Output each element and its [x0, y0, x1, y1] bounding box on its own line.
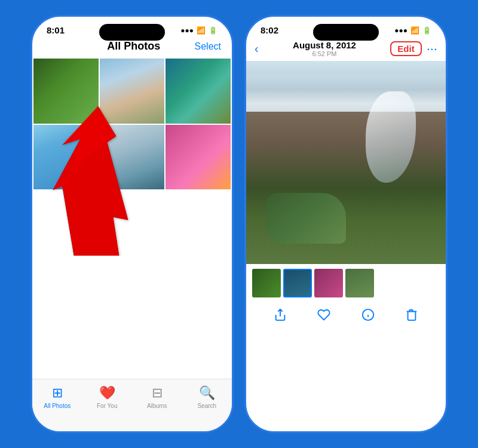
time-left: 8:01	[47, 25, 65, 35]
tab-albums-icon: ⊟	[152, 385, 163, 401]
more-button[interactable]: ···	[427, 41, 437, 57]
photo-cell-2[interactable]	[100, 59, 165, 124]
edit-button[interactable]: Edit	[390, 41, 421, 56]
detail-nav-actions: Edit ···	[390, 41, 437, 57]
tab-all-photos[interactable]: ⊞ All Photos	[39, 385, 75, 409]
thumbnail-3[interactable]	[314, 269, 343, 297]
thumbnail-2[interactable]	[283, 269, 312, 297]
wifi-icon-right: 📶	[410, 26, 419, 35]
tab-search[interactable]: 🔍 Search	[189, 385, 225, 409]
thumbnail-strip	[246, 264, 446, 302]
battery-icon-right: 🔋	[422, 26, 431, 35]
photo-grid	[32, 59, 232, 189]
tab-for-you-label: For You	[97, 403, 117, 409]
signal-icon-left: ●●●	[180, 26, 194, 35]
tab-all-photos-icon: ⊞	[52, 385, 63, 401]
info-button[interactable]	[361, 308, 375, 325]
main-photo[interactable]	[246, 61, 446, 264]
photo-cell-1[interactable]	[33, 59, 99, 124]
back-button[interactable]: ‹	[255, 42, 259, 56]
tab-albums[interactable]: ⊟ Albums	[139, 385, 175, 409]
status-icons-left: ●●● 📶 🔋	[180, 26, 217, 35]
dynamic-island-right	[313, 24, 379, 41]
thumbnail-4[interactable]	[345, 269, 374, 297]
tab-for-you-icon: ❤️	[99, 385, 115, 401]
photo-cell-5[interactable]	[100, 125, 165, 190]
detail-nav-center: August 8, 2012 6:52 PM	[293, 40, 356, 57]
dynamic-island-left	[99, 24, 165, 41]
detail-nav: ‹ August 8, 2012 6:52 PM Edit ···	[246, 38, 446, 61]
tab-all-photos-label: All Photos	[44, 403, 71, 409]
photo-cell-4[interactable]	[33, 125, 99, 190]
photo-cell-3[interactable]	[166, 59, 231, 124]
tab-search-icon: 🔍	[199, 385, 215, 401]
nav-header-left: All Photos Select	[32, 38, 232, 59]
tab-albums-label: Albums	[147, 403, 167, 409]
photo-date: August 8, 2012	[293, 40, 356, 50]
signal-icon-right: ●●●	[394, 26, 407, 35]
action-bar	[246, 302, 446, 337]
delete-button[interactable]	[405, 308, 418, 325]
right-phone: 8:02 ●●● 📶 🔋 ‹ August 8, 2012 6:52 PM Ed…	[244, 15, 448, 433]
thumbnail-1[interactable]	[252, 269, 281, 297]
tab-bar-left: ⊞ All Photos ❤️ For You ⊟ Albums 🔍 Searc…	[32, 379, 232, 431]
share-button[interactable]	[274, 308, 287, 325]
photo-cell-6[interactable]	[166, 125, 231, 190]
battery-icon-left: 🔋	[209, 26, 217, 35]
tab-search-label: Search	[197, 403, 216, 409]
photo-cliff-detail	[246, 61, 446, 264]
like-button[interactable]	[317, 308, 330, 325]
photo-time: 6:52 PM	[312, 50, 337, 57]
time-right: 8:02	[261, 25, 278, 35]
tab-for-you[interactable]: ❤️ For You	[89, 385, 125, 409]
left-phone: 8:01 ●●● 📶 🔋 All Photos Select	[30, 15, 234, 433]
all-photos-title: All Photos	[107, 40, 160, 53]
wifi-icon-left: 📶	[197, 26, 206, 35]
select-button[interactable]: Select	[195, 41, 221, 52]
status-icons-right: ●●● 📶 🔋	[394, 26, 431, 35]
